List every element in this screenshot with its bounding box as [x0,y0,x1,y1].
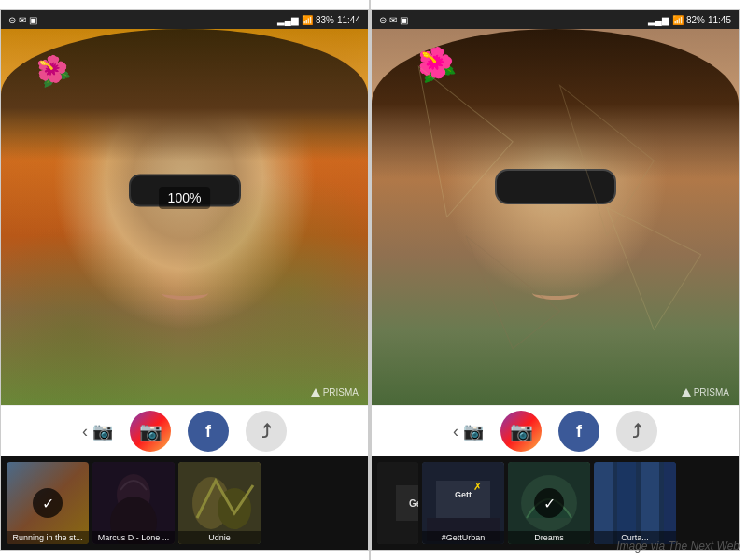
signal-left: ▂▄▆ [277,15,299,25]
wifi-icon-left: 📶 [302,15,313,25]
facebook-button-right[interactable]: f [558,411,599,452]
share-icon-left: ⤴ [261,421,271,442]
notification-icons-right: ⊝ ✉ ▣ [379,15,408,25]
wifi-icon-right: 📶 [672,15,684,25]
svg-text:Gett: Gett [455,490,472,499]
camera-icon-right[interactable]: 📷 [463,421,484,441]
right-portrait-bg: 🌺 [372,29,739,405]
left-portrait-bg: 🌺 [1,29,368,405]
filter-running-check: ✓ [33,488,63,518]
style-overlay-right [372,29,739,405]
right-photo-area: 🌺 PRISMA [372,29,739,405]
battery-right: 82% [686,15,705,25]
prisma-label-right: PRISMA [694,387,729,398]
filter-running-label: Running in the st... [7,531,89,544]
instagram-button-left[interactable]: 📷 [130,411,171,452]
svg-text:Gett: Gett [409,498,418,509]
right-action-bar: ‹ 📷 📷 f ⤴ [372,405,739,456]
left-prisma-watermark: PRISMA [311,387,359,398]
share-icon-right: ⤴ [632,421,641,442]
filter-running[interactable]: ✓ Running in the st... [7,462,89,544]
svg-marker-9 [607,207,701,329]
filter-getturl[interactable]: Gett ✗ #GettUrban [422,462,504,544]
left-action-bar: ‹ 📷 📷 f ⤴ [1,405,368,456]
signal-right: ▂▄▆ [648,15,669,25]
left-back-nav[interactable]: ‹ 📷 [82,421,113,441]
filter-gettmod-partial[interactable]: Gett ✗ [377,462,418,544]
left-photo-area: 🌺 100% PRISMA [1,29,368,405]
camera-icon-left[interactable]: 📷 [92,421,113,441]
filter-curtain[interactable]: Curta... [594,462,676,544]
prisma-triangle-right [682,388,691,397]
left-status-icons-right: ⊝ ✉ ▣ [379,15,408,25]
left-filter-carousel: ✓ Running in the st... Marcus D - Lone .… [1,456,368,550]
screen-container: ⊝ ✉ ▣ ▂▄▆ 📶 83% 11:44 🌺 100% PRISMA [0,0,747,560]
svg-text:✗: ✗ [473,481,482,492]
filter-getturl-label: #GettUrban [422,531,504,544]
attribution: Image via The Next Web [616,539,740,553]
prisma-label-left: PRISMA [323,387,359,398]
filter-marcus-label: Marcus D - Lone ... [92,531,175,544]
instagram-button-right[interactable]: 📷 [500,411,542,452]
share-button-left[interactable]: ⤴ [246,411,287,452]
filter-dreams-label: Dreams [508,531,590,544]
notification-icons-left: ⊝ ✉ ▣ [8,15,37,25]
filter-udnie[interactable]: Udnie [178,462,261,544]
facebook-icon-right: f [576,422,582,441]
right-prisma-watermark: PRISMA [682,387,729,398]
right-status-bar: ⊝ ✉ ▣ ▂▄▆ 📶 82% 11:45 [372,10,739,29]
left-status-bar: ⊝ ✉ ▣ ▂▄▆ 📶 83% 11:44 [1,10,368,29]
facebook-icon-left: f [205,422,211,441]
filter-marcus[interactable]: Marcus D - Lone ... [92,462,175,544]
left-phone-screen: ⊝ ✉ ▣ ▂▄▆ 📶 83% 11:44 🌺 100% PRISMA [0,9,369,551]
hair-left [1,29,368,161]
back-chevron-left: ‹ [82,422,88,441]
right-phone-screen: ⊝ ✉ ▣ ▂▄▆ 📶 82% 11:45 🌺 [371,9,740,551]
svg-marker-6 [418,66,513,217]
smile-left [162,287,208,300]
filter-udnie-label: Udnie [178,531,261,544]
time-right: 11:45 [708,15,731,25]
right-filter-carousel: Gett ✗ Gett ✗ #GettUrban [372,456,739,550]
gettmod-svg: Gett ✗ [377,462,418,544]
filter-gettmod-bg: Gett ✗ [377,462,418,544]
right-back-nav[interactable]: ‹ 📷 [453,421,484,441]
share-button-right[interactable]: ⤴ [616,411,657,452]
svg-marker-7 [560,85,655,235]
filter-dreams[interactable]: ✓ Dreams [508,462,590,544]
filter-dreams-check: ✓ [534,488,564,518]
back-chevron-right: ‹ [453,422,458,441]
percent-badge: 100% [159,187,211,209]
svg-marker-8 [466,236,560,349]
instagram-icon-right: 📷 [510,420,533,442]
facebook-button-left[interactable]: f [188,411,229,452]
right-status-info-left: ▂▄▆ 📶 83% 11:44 [277,15,360,25]
battery-left: 83% [316,15,334,25]
instagram-icon-left: 📷 [139,420,162,442]
right-status-info-right: ▂▄▆ 📶 82% 11:45 [648,15,731,25]
prisma-triangle-left [311,388,320,397]
time-left: 11:44 [337,15,360,25]
left-status-icons: ⊝ ✉ ▣ [8,15,37,25]
